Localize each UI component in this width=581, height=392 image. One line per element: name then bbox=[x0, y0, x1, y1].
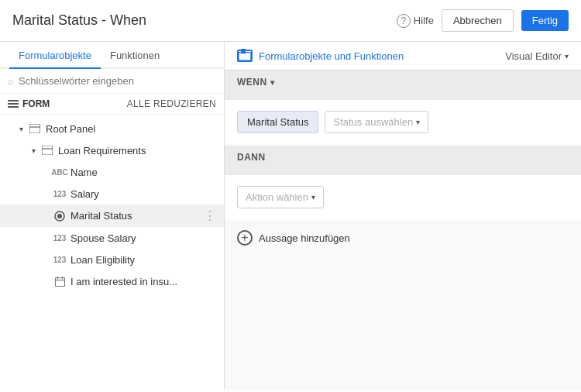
add-aussage-label: Aussage hinzufügen bbox=[259, 232, 350, 244]
collapse-all-button[interactable]: ALLE REDUZIEREN bbox=[127, 98, 216, 109]
help-label: Hilfe bbox=[414, 15, 434, 26]
header-actions: ? Hilfe Abbrechen Fertig bbox=[397, 9, 569, 32]
panel-icon bbox=[237, 50, 253, 62]
page-title: Marital Status - When bbox=[12, 12, 146, 29]
svg-rect-11 bbox=[242, 51, 246, 54]
number-icon-eligibility: 123 bbox=[53, 253, 67, 266]
help-icon: ? bbox=[397, 14, 411, 28]
panel-icon-loan bbox=[40, 143, 54, 157]
help-button[interactable]: ? Hilfe bbox=[397, 14, 434, 28]
calendar-icon-insurance bbox=[53, 274, 67, 288]
dann-content: Aktion wählen ▾ bbox=[225, 175, 581, 219]
tab-funktionen[interactable]: Funktionen bbox=[101, 42, 169, 69]
dann-label: DANN bbox=[237, 152, 569, 163]
insurance-label: I am interested in insu... bbox=[70, 276, 216, 287]
status-placeholder: Status auswählen bbox=[333, 116, 413, 128]
salary-label: Salary bbox=[70, 188, 216, 200]
dann-text: DANN bbox=[237, 152, 266, 163]
tree-item-loan-req[interactable]: ▾ Loan Requirements bbox=[0, 139, 224, 161]
menu-icon bbox=[8, 100, 19, 108]
aktion-placeholder: Aktion wählen bbox=[246, 191, 308, 203]
svg-point-5 bbox=[57, 214, 62, 218]
add-icon: + bbox=[237, 230, 253, 246]
tree-item-name[interactable]: ▾ ABC Name bbox=[0, 161, 224, 183]
aktion-chevron-icon: ▾ bbox=[311, 193, 315, 201]
sidebar-toolbar: FORM ALLE REDUZIEREN bbox=[0, 94, 224, 115]
wenn-content: Marital Status Status auswählen ▾ bbox=[225, 100, 581, 144]
tree-item-salary[interactable]: ▾ 123 Salary bbox=[0, 183, 224, 205]
tab-formularobjekte[interactable]: Formularobjekte bbox=[9, 42, 101, 69]
wenn-chevron-icon: ▾ bbox=[270, 78, 275, 87]
loan-req-label: Loan Requirements bbox=[58, 145, 216, 156]
panel-header: Formularobjekte und Funktionen Visual Ed… bbox=[225, 42, 581, 70]
panel-title-text: Formularobjekte und Funktionen bbox=[259, 50, 404, 62]
tree-item-spouse-salary[interactable]: ▾ 123 Spouse Salary bbox=[0, 227, 224, 249]
wenn-section-header: WENN ▾ bbox=[225, 70, 581, 100]
add-aussage-button[interactable]: + Aussage hinzufügen bbox=[225, 219, 581, 256]
number-icon-salary: 123 bbox=[53, 187, 67, 201]
svg-rect-6 bbox=[55, 277, 64, 286]
chevron-root-panel: ▾ bbox=[15, 123, 26, 134]
chevron-down-icon: ▾ bbox=[565, 52, 569, 60]
svg-rect-0 bbox=[29, 124, 40, 133]
marital-status-label: Marital Status bbox=[70, 210, 199, 222]
loan-eligibility-label: Loan Eligibility bbox=[70, 254, 216, 266]
search-input[interactable] bbox=[19, 75, 216, 87]
aktion-dropdown[interactable]: Aktion wählen ▾ bbox=[237, 186, 324, 208]
spouse-salary-label: Spouse Salary bbox=[70, 232, 216, 244]
sidebar: Formularobjekte Funktionen ⌕ FORM ALLE R… bbox=[0, 42, 225, 390]
tree-item-root-panel[interactable]: ▾ Root Panel bbox=[0, 118, 224, 139]
right-panel: Formularobjekte und Funktionen Visual Ed… bbox=[225, 42, 581, 390]
status-chevron-icon: ▾ bbox=[416, 118, 420, 126]
status-dropdown[interactable]: Status auswählen ▾ bbox=[325, 111, 428, 133]
visual-editor-button[interactable]: Visual Editor ▾ bbox=[505, 50, 569, 62]
visual-editor-label: Visual Editor bbox=[505, 50, 562, 62]
name-label: Name bbox=[70, 167, 216, 178]
cancel-button[interactable]: Abbrechen bbox=[442, 9, 514, 32]
wenn-text: WENN bbox=[237, 77, 267, 88]
sidebar-tabs: Formularobjekte Funktionen bbox=[0, 42, 224, 69]
root-panel-label: Root Panel bbox=[46, 123, 216, 135]
number-icon-spouse: 123 bbox=[53, 231, 67, 245]
sidebar-search-area: ⌕ bbox=[0, 69, 224, 94]
form-label: FORM bbox=[8, 98, 50, 109]
marital-status-field-button[interactable]: Marital Status bbox=[237, 111, 318, 133]
dann-section-header: DANN bbox=[225, 146, 581, 175]
wenn-label: WENN ▾ bbox=[237, 77, 569, 88]
tree-item-insurance[interactable]: ▾ I am interested in insu... bbox=[0, 270, 224, 292]
tree-item-marital-status[interactable]: ▾ Marital Status ⋮ bbox=[0, 205, 224, 227]
wenn-row: Marital Status Status auswählen ▾ bbox=[237, 111, 569, 133]
done-button[interactable]: Fertig bbox=[521, 10, 569, 31]
radio-icon-marital bbox=[53, 209, 67, 223]
tree: ▾ Root Panel ▾ Loan Requirements ▾ ABC N… bbox=[0, 115, 224, 390]
main-layout: Formularobjekte Funktionen ⌕ FORM ALLE R… bbox=[0, 42, 581, 390]
more-options-icon[interactable]: ⋮ bbox=[199, 208, 216, 223]
text-icon-name: ABC bbox=[53, 165, 67, 179]
tree-item-loan-eligibility[interactable]: ▾ 123 Loan Eligibility bbox=[0, 249, 224, 270]
panel-icon-root bbox=[28, 122, 42, 136]
form-text: FORM bbox=[22, 98, 50, 109]
panel-title: Formularobjekte und Funktionen bbox=[237, 50, 404, 62]
chevron-loan-req: ▾ bbox=[28, 145, 39, 156]
header: Marital Status - When ? Hilfe Abbrechen … bbox=[0, 0, 581, 42]
search-icon: ⌕ bbox=[8, 75, 14, 87]
svg-rect-2 bbox=[42, 146, 53, 155]
